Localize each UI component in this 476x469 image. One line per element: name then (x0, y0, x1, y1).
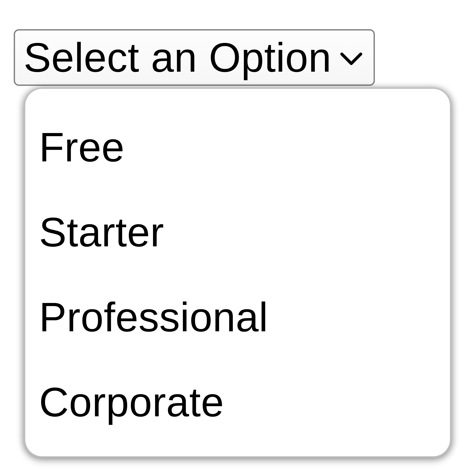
select-option-corporate[interactable]: Corporate (36, 360, 440, 445)
select-placeholder: Select an Option (24, 37, 332, 78)
select-option-professional[interactable]: Professional (36, 275, 440, 360)
chevron-down-icon (339, 50, 363, 68)
select-button[interactable]: Select an Option (14, 29, 375, 86)
select-option-starter[interactable]: Starter (36, 190, 440, 275)
select-dropdown[interactable]: Free Starter Professional Corporate (24, 88, 451, 458)
select-option-free[interactable]: Free (36, 105, 440, 190)
